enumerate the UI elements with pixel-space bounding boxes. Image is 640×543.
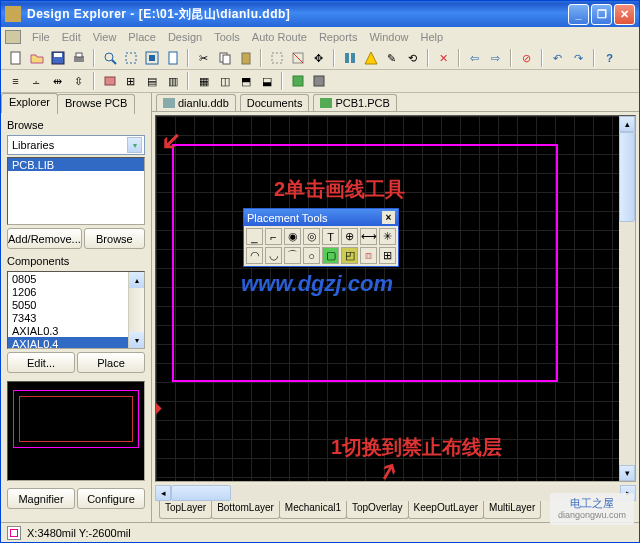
arc-any-tool-icon[interactable]: ⌒ <box>284 247 301 264</box>
move-icon[interactable]: ✥ <box>310 50 327 67</box>
align-bottom-icon[interactable]: ⫠ <box>28 73 45 90</box>
menu-help[interactable]: Help <box>416 29 449 45</box>
window-cascade-icon[interactable]: ◫ <box>216 73 233 90</box>
redo-icon[interactable]: ↷ <box>570 50 587 67</box>
menu-file[interactable]: File <box>27 29 55 45</box>
undo-icon[interactable]: ↶ <box>549 50 566 67</box>
zoom-in-icon[interactable] <box>101 50 118 67</box>
menu-tools[interactable]: Tools <box>209 29 245 45</box>
distribute-v-icon[interactable]: ⇳ <box>70 73 87 90</box>
stop-icon[interactable]: ⊘ <box>518 50 535 67</box>
edit-icon[interactable]: ✎ <box>383 50 400 67</box>
vscroll-thumb[interactable] <box>619 132 635 222</box>
help-icon[interactable]: ? <box>601 50 618 67</box>
placement-titlebar[interactable]: Placement Tools × <box>244 209 398 226</box>
maximize-button[interactable]: ❐ <box>591 4 612 25</box>
zoom-page-icon[interactable] <box>164 50 181 67</box>
zoom-area-icon[interactable] <box>122 50 139 67</box>
layer-tab-bottom[interactable]: BottomLayer <box>211 501 280 519</box>
library-icon[interactable] <box>341 50 358 67</box>
save-icon[interactable] <box>49 50 66 67</box>
add-remove-button[interactable]: Add/Remove... <box>7 228 82 249</box>
pad-tool-icon[interactable]: ◉ <box>284 228 301 245</box>
text-tool-icon[interactable]: T <box>322 228 339 245</box>
fill-tool-icon[interactable]: ▢ <box>322 247 339 264</box>
window-tile-icon[interactable]: ▦ <box>195 73 212 90</box>
arc-edge-tool-icon[interactable]: ◡ <box>265 247 282 264</box>
new-icon[interactable] <box>7 50 24 67</box>
origin-tool-icon[interactable]: ✳ <box>379 228 396 245</box>
menu-autoroute[interactable]: Auto Route <box>247 29 312 45</box>
deselect-icon[interactable] <box>289 50 306 67</box>
hscroll-thumb[interactable] <box>171 485 231 501</box>
layer-tab-mech[interactable]: Mechanical1 <box>279 501 347 519</box>
vscroll-down-icon[interactable]: ▾ <box>619 465 635 481</box>
track-tool-icon[interactable]: ⌐ <box>265 228 282 245</box>
lib-listbox[interactable]: PCB.LIB <box>7 157 145 225</box>
full-circle-tool-icon[interactable]: ○ <box>303 247 320 264</box>
room-icon[interactable] <box>101 73 118 90</box>
menu-edit[interactable]: Edit <box>57 29 86 45</box>
component-tool-icon[interactable]: ⧈ <box>360 247 377 264</box>
edit-button[interactable]: Edit... <box>7 352 75 373</box>
doc-tab-documents[interactable]: Documents <box>240 94 310 111</box>
polygon-tool-icon[interactable]: ◰ <box>341 247 358 264</box>
paste-icon[interactable] <box>237 50 254 67</box>
component-scrollbar[interactable]: ▴ ▾ <box>128 272 144 348</box>
magnifier-button[interactable]: Magnifier <box>7 488 75 509</box>
forward-icon[interactable]: ⇨ <box>487 50 504 67</box>
grid-h-icon[interactable]: ▤ <box>143 73 160 90</box>
menu-place[interactable]: Place <box>123 29 161 45</box>
zoom-fit-icon[interactable] <box>143 50 160 67</box>
panel-icon[interactable] <box>310 73 327 90</box>
align-left-icon[interactable]: ≡ <box>7 73 24 90</box>
back-icon[interactable]: ⇦ <box>466 50 483 67</box>
cross-icon[interactable]: ✕ <box>435 50 452 67</box>
mdi-icon[interactable] <box>5 30 21 44</box>
libraries-combo[interactable]: Libraries ▾ <box>7 135 145 155</box>
print-icon[interactable] <box>70 50 87 67</box>
layer-tab-top[interactable]: TopLayer <box>159 501 212 519</box>
grid-v-icon[interactable]: ▥ <box>164 73 181 90</box>
line-tool-icon[interactable]: ⎯ <box>246 228 263 245</box>
minimize-button[interactable]: _ <box>568 4 589 25</box>
copy-icon[interactable] <box>216 50 233 67</box>
layers-icon[interactable] <box>289 73 306 90</box>
layer-tab-overlay[interactable]: TopOverlay <box>346 501 409 519</box>
placement-close-icon[interactable]: × <box>382 211 395 224</box>
distribute-h-icon[interactable]: ⇹ <box>49 73 66 90</box>
cut-icon[interactable]: ✂ <box>195 50 212 67</box>
dimension-tool-icon[interactable]: ⟷ <box>360 228 377 245</box>
scroll-up-icon[interactable]: ▴ <box>129 272 144 288</box>
chevron-down-icon[interactable]: ▾ <box>127 137 142 153</box>
tab-browse-pcb[interactable]: Browse PCB <box>57 94 135 114</box>
doc-tab-pcb[interactable]: PCB1.PCB <box>313 94 396 111</box>
list-item-selected[interactable]: AXIAL0.4 <box>8 337 144 349</box>
select-icon[interactable] <box>268 50 285 67</box>
list-item[interactable]: 5050 <box>8 298 144 311</box>
menu-reports[interactable]: Reports <box>314 29 363 45</box>
layer-tab-keepout[interactable]: KeepOutLayer <box>408 501 485 519</box>
array-tool-icon[interactable]: ⊞ <box>379 247 396 264</box>
window-v-icon[interactable]: ⬓ <box>258 73 275 90</box>
canvas-vscroll[interactable]: ▴ ▾ <box>619 116 635 481</box>
via-tool-icon[interactable]: ◎ <box>303 228 320 245</box>
components-listbox[interactable]: 0805 1206 5050 7343 AXIAL0.3 AXIAL0.4 AX… <box>7 271 145 349</box>
doc-tab-ddb[interactable]: dianlu.ddb <box>156 94 236 111</box>
tab-explorer[interactable]: Explorer <box>1 93 58 113</box>
lib-item[interactable]: PCB.LIB <box>8 158 144 171</box>
layer-tab-multi[interactable]: MultiLayer <box>483 501 541 519</box>
scroll-down-icon[interactable]: ▾ <box>129 332 144 348</box>
coordinate-tool-icon[interactable]: ⊕ <box>341 228 358 245</box>
list-item[interactable]: AXIAL0.3 <box>8 324 144 337</box>
vscroll-up-icon[interactable]: ▴ <box>619 116 635 132</box>
snap-icon[interactable]: ⊞ <box>122 73 139 90</box>
window-h-icon[interactable]: ⬒ <box>237 73 254 90</box>
list-item[interactable]: 0805 <box>8 272 144 285</box>
arc-center-tool-icon[interactable]: ◠ <box>246 247 263 264</box>
pcb-canvas[interactable]: ➔ ➔ ➔ 2单击画线工具 www.dgzj.com 1切换到禁止布线层 Pla… <box>155 115 636 482</box>
configure-button[interactable]: Configure <box>77 488 145 509</box>
open-icon[interactable] <box>28 50 45 67</box>
hscroll-left-icon[interactable]: ◂ <box>155 485 171 501</box>
menu-design[interactable]: Design <box>163 29 207 45</box>
